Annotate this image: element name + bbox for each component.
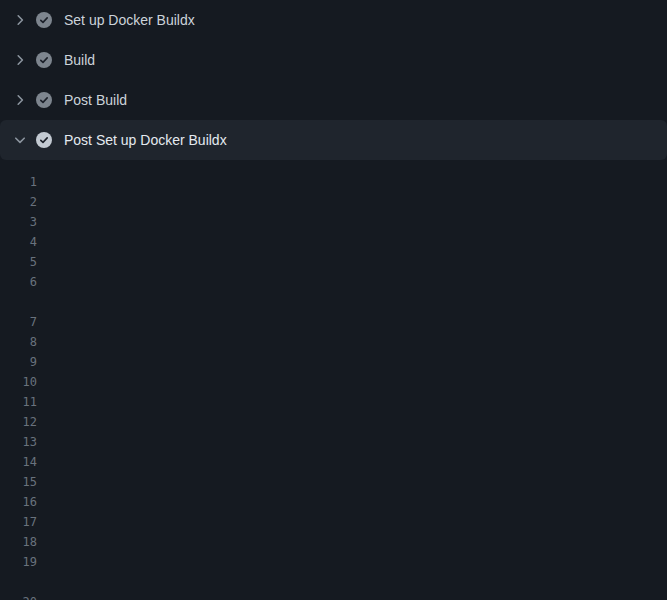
log-line: 13time="2021-04-23T18:02:38Z" level=debu… — [0, 432, 667, 452]
line-number[interactable]: 12 — [0, 412, 37, 432]
step-row[interactable]: Set up Docker Buildx — [0, 0, 667, 40]
line-number[interactable]: 5 — [0, 252, 37, 272]
log-line[interactable]: 2▼ BuildKit container logs — [0, 192, 667, 212]
log-line: 12time="2021-04-23T18:02:38Z" level=debu… — [0, 412, 667, 432]
step-title: Build — [64, 52, 95, 68]
log-line: 9time="2021-04-23T18:02:37Z" level=warni… — [0, 352, 667, 372]
line-number[interactable]: 6 — [0, 272, 37, 292]
log-line: 11time="2021-04-23T18:02:38Z" level=debu… — [0, 392, 667, 412]
line-number[interactable]: 4 — [0, 232, 37, 252]
log-line: 19time="2021-04-23T18:02:38Z" level=debu… — [0, 552, 667, 572]
log-line: 17time="2021-04-23T18:02:38Z" level=debu… — [0, 512, 667, 532]
log-line: 14time="2021-04-23T18:02:38Z" level=debu… — [0, 452, 667, 472]
log-line: 4time="2021-04-23T18:02:37Z" level=info … — [0, 232, 667, 252]
step-title: Post Set up Docker Buildx — [64, 132, 227, 148]
check-circle-icon — [36, 12, 52, 28]
step-row[interactable]: Post Build — [0, 80, 667, 120]
log-line: linux/riscv64 linux/ppc64le linux/s390x … — [0, 292, 667, 312]
line-number[interactable]: 13 — [0, 432, 37, 452]
line-number[interactable]: 1 — [0, 172, 37, 192]
line-number[interactable]: 16 — [0, 492, 37, 512]
line-number[interactable]: 18 — [0, 532, 37, 552]
line-number[interactable]: 3 — [0, 212, 37, 232]
line-number[interactable]: 19 — [0, 552, 37, 572]
line-number[interactable]: 10 — [0, 372, 37, 392]
line-number[interactable]: 7 — [0, 312, 37, 332]
step-title: Post Build — [64, 92, 127, 108]
chevron-right-icon[interactable] — [12, 92, 28, 108]
step-row[interactable]: Build — [0, 40, 667, 80]
workflow-log-viewer: Set up Docker Buildx Build — [0, 0, 667, 600]
log-line: 6time="2021-04-23T18:02:37Z" level=info … — [0, 272, 667, 292]
line-number[interactable]: 9 — [0, 352, 37, 372]
log-line: 20time="2021-04-23T18:02:38Z" level=debu… — [0, 592, 667, 600]
line-number[interactable]: 15 — [0, 472, 37, 492]
line-number[interactable]: 11 — [0, 392, 37, 412]
check-circle-icon — [36, 92, 52, 108]
log-lines: 1Post job cleanup. 2▼ BuildKit container… — [0, 160, 667, 600]
log-line: application/vnd.oci.image.index.v1+json,… — [0, 572, 667, 592]
line-number[interactable]: 17 — [0, 512, 37, 532]
check-circle-icon — [36, 132, 52, 148]
line-number[interactable]: 2 — [0, 192, 37, 212]
log-line: 5time="2021-04-23T18:02:37Z" level=warni… — [0, 252, 667, 272]
line-number[interactable]: 8 — [0, 332, 37, 352]
step-title: Set up Docker Buildx — [64, 12, 195, 28]
log-line: 15time="2021-04-23T18:02:38Z" level=debu… — [0, 472, 667, 492]
line-number[interactable]: 14 — [0, 452, 37, 472]
chevron-right-icon[interactable] — [12, 12, 28, 28]
log-line: 18time="2021-04-23T18:02:38Z" level=debu… — [0, 532, 667, 552]
log-line: 7time="2021-04-23T18:02:37Z" level=warni… — [0, 312, 667, 332]
chevron-right-icon[interactable] — [12, 52, 28, 68]
log-line: 10time="2021-04-23T18:02:37Z" level=info… — [0, 372, 667, 392]
log-line: 1Post job cleanup. — [0, 172, 667, 192]
log-line: 3/usr/bin/docker logs buildx_buildkit_bu… — [0, 212, 667, 232]
chevron-down-icon[interactable] — [12, 132, 28, 148]
line-number[interactable]: 20 — [0, 592, 37, 600]
step-row[interactable]: Post Set up Docker Buildx — [0, 120, 667, 160]
log-line: 8time="2021-04-23T18:02:37Z" level=info … — [0, 332, 667, 352]
log-line: 16time="2021-04-23T18:02:38Z" level=debu… — [0, 492, 667, 512]
step-list: Set up Docker Buildx Build — [0, 0, 667, 160]
check-circle-icon — [36, 52, 52, 68]
